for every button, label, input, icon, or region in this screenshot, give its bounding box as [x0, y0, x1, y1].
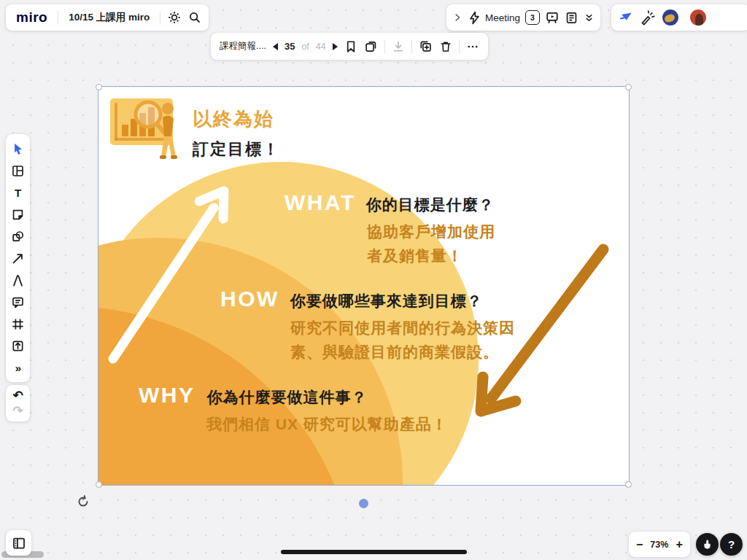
rotate-icon[interactable] [76, 494, 90, 509]
download-icon[interactable] [392, 40, 405, 53]
duplicate-icon[interactable] [419, 39, 433, 53]
search-icon[interactable] [188, 11, 201, 24]
meeting-toolbar: Meeting 3 [446, 4, 600, 31]
bottom-bar-handle[interactable] [281, 550, 467, 554]
lightning-icon[interactable] [468, 11, 481, 25]
undo-redo-panel: ↶ ↷ [6, 385, 30, 421]
laser-pointer-icon[interactable] [640, 10, 655, 26]
avatar[interactable] [689, 8, 708, 27]
zoom-out-icon[interactable]: − [636, 538, 643, 551]
templates-icon[interactable] [8, 160, 28, 181]
more-options-icon[interactable] [466, 40, 479, 53]
slide-title-block: 以終為始 訂定目標！ [193, 106, 280, 160]
frames-panel-button[interactable] [6, 530, 31, 556]
miro-logo[interactable]: miro [13, 9, 50, 26]
connector-icon[interactable] [8, 248, 28, 268]
of-label: of [301, 42, 309, 52]
meeting-label[interactable]: Meeting [485, 12, 520, 23]
section-how: HOW 你要做哪些事來達到目標？ 研究不同使用者間的行為決策因 素、與驗證目前的… [220, 287, 515, 364]
bookmark-icon[interactable] [344, 40, 357, 53]
divider [459, 40, 460, 53]
doc-title[interactable]: 課程簡報.... [220, 40, 266, 52]
pen-icon[interactable] [8, 270, 28, 290]
total-pages: 44 [316, 42, 326, 52]
current-page: 35 [285, 41, 295, 52]
frame-icon[interactable] [8, 314, 28, 334]
follow-cursor-icon[interactable] [619, 10, 634, 26]
frame-indicator-dot[interactable] [359, 499, 368, 508]
selection-handle-top-left[interactable] [96, 84, 102, 90]
section-answer: 我們相信 UX 研究可以幫助產品！ [206, 412, 448, 436]
tools-sidebar: T » [6, 134, 30, 382]
selection-handle-bottom-right[interactable] [625, 481, 632, 488]
reactions-hand-icon[interactable] [696, 533, 719, 556]
section-question: 你要做哪些事來達到目標？ [290, 291, 483, 311]
chart-analysis-illustration [110, 98, 177, 159]
zoom-in-icon[interactable]: + [676, 538, 682, 551]
chevron-right-icon[interactable] [452, 12, 462, 23]
divider [58, 11, 58, 24]
divider [411, 40, 412, 53]
section-answer: 協助客戶增加使用 者及銷售量！ [367, 219, 495, 268]
text-icon[interactable]: T [8, 182, 28, 203]
divider [160, 11, 160, 24]
notes-icon[interactable] [565, 11, 578, 25]
prev-page-icon[interactable] [273, 43, 278, 50]
section-why: WHY 你為什麼要做這件事？ 我們相信 UX 研究可以幫助產品！ [139, 383, 448, 436]
avatar[interactable] [724, 8, 743, 27]
section-keyword: WHAT [285, 190, 356, 215]
section-answer: 研究不同使用者間的行為決策因 素、與驗證目前的商業假設。 [290, 316, 515, 364]
divider [384, 40, 385, 53]
section-question: 你為什麼要做這件事？ [207, 387, 368, 408]
avatar[interactable] [706, 8, 725, 27]
sticky-note-icon[interactable] [8, 204, 28, 225]
help-icon[interactable]: ? [720, 533, 743, 556]
slide-canvas[interactable]: 以終為始 訂定目標！ WHAT 你的目標是什麼？ 協助客戶增加使用 者及銷售量！… [98, 87, 629, 485]
slide-nav-toolbar: 課程簡報.... 35 of 44 [211, 33, 488, 60]
top-left-header: miro 10/15 上課用 miro [6, 4, 209, 31]
selection-handle-top-right[interactable] [625, 84, 632, 90]
zoom-level[interactable]: 73% [650, 540, 668, 550]
calendar-icon[interactable]: 3 [525, 10, 540, 25]
section-keyword: WHY [139, 383, 196, 408]
section-what: WHAT 你的目標是什麼？ 協助客戶增加使用 者及銷售量！ [285, 190, 495, 268]
undo-icon[interactable]: ↶ [12, 389, 23, 402]
slide-title: 以終為始 [193, 106, 280, 132]
upload-icon[interactable] [8, 335, 28, 356]
gear-icon[interactable] [168, 11, 181, 24]
redo-icon[interactable]: ↷ [12, 405, 23, 417]
more-tools-icon[interactable]: » [8, 357, 28, 378]
zoom-controls: − 73% + [629, 532, 690, 557]
selection-handle-bottom-left[interactable] [96, 481, 102, 488]
next-page-icon[interactable] [333, 43, 338, 50]
slide-subtitle: 訂定目標！ [193, 139, 280, 160]
comment-icon[interactable] [8, 292, 28, 312]
double-chevron-down-icon[interactable] [584, 12, 595, 23]
section-keyword: HOW [220, 287, 279, 311]
avatar[interactable] [661, 8, 680, 27]
select-cursor-icon[interactable] [8, 139, 28, 159]
present-icon[interactable] [545, 10, 560, 25]
shapes-icon[interactable] [8, 226, 28, 246]
pages-icon[interactable] [364, 39, 378, 53]
collaboration-toolbar [611, 4, 747, 31]
board-title[interactable]: 10/15 上課用 miro [66, 11, 152, 24]
trash-icon[interactable] [439, 40, 452, 53]
section-question: 你的目標是什麼？ [366, 195, 495, 215]
